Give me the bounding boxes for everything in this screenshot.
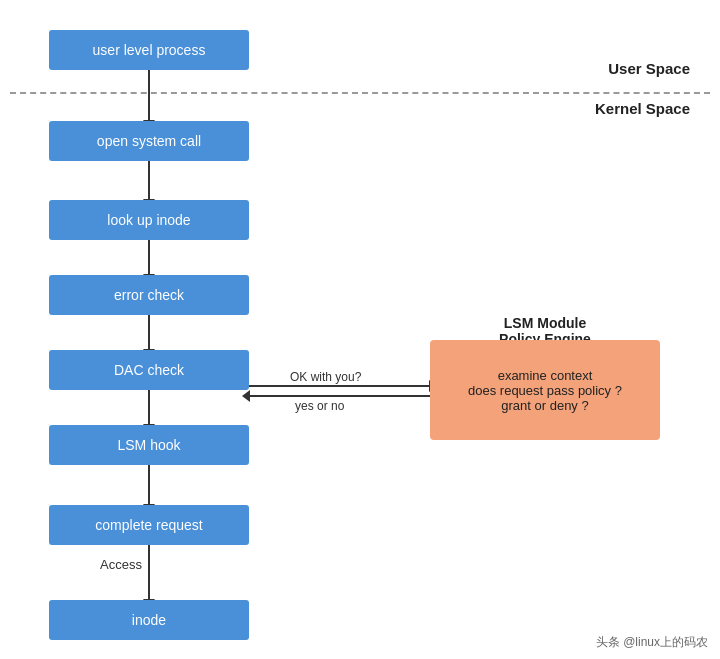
arrow-5 [148, 390, 150, 425]
arrow-left [249, 395, 430, 397]
box-dac-check: DAC check [49, 350, 249, 390]
arrow-right [249, 385, 430, 387]
divider-line [10, 92, 710, 94]
box-open-system-call: open system call [49, 121, 249, 161]
box-lsm-hook: LSM hook [49, 425, 249, 465]
box-look-up-inode: look up inode [49, 200, 249, 240]
arrow-1 [148, 70, 150, 121]
arrow-label-yesno: yes or no [295, 399, 344, 413]
box-user-level-process: user level process [49, 30, 249, 70]
diagram-container: User Space Kernel Space user level proce… [0, 0, 720, 659]
watermark: 头条 @linux上的码农 [596, 634, 708, 651]
arrow-label-ok: OK with you? [290, 370, 361, 384]
access-label: Access [100, 557, 142, 572]
box-error-check: error check [49, 275, 249, 315]
user-space-label: User Space [608, 60, 690, 77]
lsm-module-box: examine context does request pass policy… [430, 340, 660, 440]
arrow-6 [148, 465, 150, 505]
lsm-content-1: examine context [498, 368, 593, 383]
box-inode: inode [49, 600, 249, 640]
arrow-7 [148, 545, 150, 600]
lsm-content-3: grant or deny ? [501, 398, 588, 413]
arrow-4 [148, 315, 150, 350]
lsm-content-2: does request pass policy ? [468, 383, 622, 398]
arrow-3 [148, 240, 150, 275]
box-complete-request: complete request [49, 505, 249, 545]
arrow-2 [148, 161, 150, 200]
kernel-space-label: Kernel Space [595, 100, 690, 117]
